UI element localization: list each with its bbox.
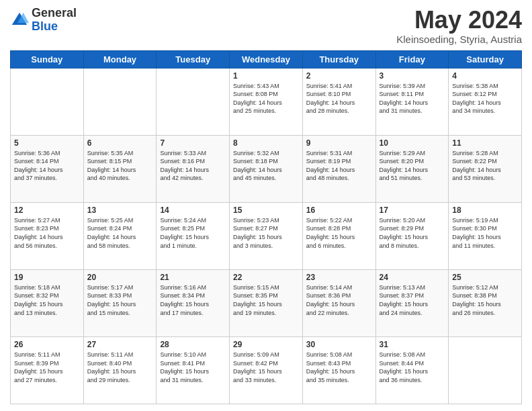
table-row [11, 68, 84, 135]
header: General Blue May 2024 Kleinsoeding, Styr… [10, 7, 522, 45]
day-number: 17 [380, 205, 445, 215]
logo: General Blue [10, 7, 77, 34]
table-row: 1Sunrise: 5:43 AM Sunset: 8:08 PM Daylig… [230, 68, 303, 135]
table-row: 12Sunrise: 5:27 AM Sunset: 8:23 PM Dayli… [11, 202, 84, 269]
day-number: 30 [306, 340, 372, 349]
day-number: 28 [160, 340, 226, 349]
day-number: 6 [87, 138, 153, 148]
table-row: 4Sunrise: 5:38 AM Sunset: 8:12 PM Daylig… [449, 68, 522, 135]
calendar: Sunday Monday Tuesday Wednesday Thursday… [10, 50, 522, 404]
day-number: 25 [452, 273, 518, 282]
day-info: Sunrise: 5:13 AM Sunset: 8:37 PM Dayligh… [380, 283, 445, 317]
table-row: 18Sunrise: 5:19 AM Sunset: 8:30 PM Dayli… [449, 202, 522, 269]
day-info: Sunrise: 5:29 AM Sunset: 8:20 PM Dayligh… [380, 149, 445, 183]
table-row: 13Sunrise: 5:25 AM Sunset: 8:24 PM Dayli… [83, 202, 157, 269]
day-number: 5 [14, 138, 80, 148]
table-row: 6Sunrise: 5:35 AM Sunset: 8:15 PM Daylig… [83, 135, 157, 202]
day-number: 21 [160, 273, 226, 282]
calendar-week-row: 5Sunrise: 5:36 AM Sunset: 8:14 PM Daylig… [11, 135, 522, 202]
table-row: 3Sunrise: 5:39 AM Sunset: 8:11 PM Daylig… [375, 68, 449, 135]
table-row: 29Sunrise: 5:09 AM Sunset: 8:42 PM Dayli… [230, 336, 303, 404]
table-row: 2Sunrise: 5:41 AM Sunset: 8:10 PM Daylig… [302, 68, 375, 135]
calendar-week-row: 19Sunrise: 5:18 AM Sunset: 8:32 PM Dayli… [11, 269, 522, 336]
table-row: 30Sunrise: 5:08 AM Sunset: 8:43 PM Dayli… [302, 336, 375, 404]
day-number: 19 [14, 273, 80, 282]
table-row: 17Sunrise: 5:20 AM Sunset: 8:29 PM Dayli… [375, 202, 449, 269]
day-number: 9 [306, 138, 372, 148]
calendar-header-row: Sunday Monday Tuesday Wednesday Thursday… [11, 50, 522, 68]
day-number: 4 [452, 71, 518, 81]
day-number: 22 [233, 273, 299, 282]
table-row: 14Sunrise: 5:24 AM Sunset: 8:25 PM Dayli… [157, 202, 230, 269]
day-number: 12 [14, 205, 80, 215]
col-tuesday: Tuesday [157, 50, 230, 68]
location: Kleinsoeding, Styria, Austria [396, 34, 522, 45]
table-row [449, 336, 522, 404]
col-sunday: Sunday [11, 50, 84, 68]
day-info: Sunrise: 5:11 AM Sunset: 8:39 PM Dayligh… [14, 351, 80, 384]
day-number: 16 [306, 205, 372, 215]
day-info: Sunrise: 5:31 AM Sunset: 8:19 PM Dayligh… [306, 149, 372, 183]
table-row: 15Sunrise: 5:23 AM Sunset: 8:27 PM Dayli… [230, 202, 303, 269]
col-monday: Monday [83, 50, 157, 68]
day-info: Sunrise: 5:39 AM Sunset: 8:11 PM Dayligh… [380, 82, 445, 116]
day-info: Sunrise: 5:35 AM Sunset: 8:15 PM Dayligh… [87, 149, 153, 183]
day-number: 27 [87, 340, 153, 349]
day-info: Sunrise: 5:19 AM Sunset: 8:30 PM Dayligh… [452, 216, 518, 250]
table-row: 19Sunrise: 5:18 AM Sunset: 8:32 PM Dayli… [11, 269, 84, 336]
day-info: Sunrise: 5:28 AM Sunset: 8:22 PM Dayligh… [452, 149, 518, 183]
table-row: 22Sunrise: 5:15 AM Sunset: 8:35 PM Dayli… [230, 269, 303, 336]
logo-icon [10, 11, 29, 30]
table-row: 7Sunrise: 5:33 AM Sunset: 8:16 PM Daylig… [157, 135, 230, 202]
day-info: Sunrise: 5:14 AM Sunset: 8:36 PM Dayligh… [306, 283, 372, 317]
table-row: 27Sunrise: 5:11 AM Sunset: 8:40 PM Dayli… [83, 336, 157, 404]
day-info: Sunrise: 5:11 AM Sunset: 8:40 PM Dayligh… [87, 351, 153, 384]
page: General Blue May 2024 Kleinsoeding, Styr… [0, 0, 532, 411]
logo-blue-text: Blue [32, 19, 58, 33]
day-number: 8 [233, 138, 299, 148]
table-row: 23Sunrise: 5:14 AM Sunset: 8:36 PM Dayli… [302, 269, 375, 336]
day-info: Sunrise: 5:08 AM Sunset: 8:44 PM Dayligh… [380, 351, 445, 384]
table-row: 31Sunrise: 5:08 AM Sunset: 8:44 PM Dayli… [375, 336, 449, 404]
day-info: Sunrise: 5:24 AM Sunset: 8:25 PM Dayligh… [160, 216, 226, 250]
day-info: Sunrise: 5:23 AM Sunset: 8:27 PM Dayligh… [233, 216, 299, 250]
day-info: Sunrise: 5:38 AM Sunset: 8:12 PM Dayligh… [452, 82, 518, 116]
table-row: 21Sunrise: 5:16 AM Sunset: 8:34 PM Dayli… [157, 269, 230, 336]
table-row: 11Sunrise: 5:28 AM Sunset: 8:22 PM Dayli… [449, 135, 522, 202]
col-thursday: Thursday [302, 50, 375, 68]
day-number: 3 [380, 71, 445, 81]
day-number: 20 [87, 273, 153, 282]
table-row [157, 68, 230, 135]
table-row: 20Sunrise: 5:17 AM Sunset: 8:33 PM Dayli… [83, 269, 157, 336]
table-row [83, 68, 157, 135]
day-info: Sunrise: 5:17 AM Sunset: 8:33 PM Dayligh… [87, 283, 153, 317]
day-info: Sunrise: 5:16 AM Sunset: 8:34 PM Dayligh… [160, 283, 226, 317]
day-info: Sunrise: 5:10 AM Sunset: 8:41 PM Dayligh… [160, 351, 226, 384]
day-info: Sunrise: 5:18 AM Sunset: 8:32 PM Dayligh… [14, 283, 80, 317]
logo-general-text: General [32, 6, 77, 19]
table-row: 8Sunrise: 5:32 AM Sunset: 8:18 PM Daylig… [230, 135, 303, 202]
table-row: 28Sunrise: 5:10 AM Sunset: 8:41 PM Dayli… [157, 336, 230, 404]
table-row: 9Sunrise: 5:31 AM Sunset: 8:19 PM Daylig… [302, 135, 375, 202]
table-row: 5Sunrise: 5:36 AM Sunset: 8:14 PM Daylig… [11, 135, 84, 202]
logo-text: General Blue [32, 7, 77, 34]
table-row: 24Sunrise: 5:13 AM Sunset: 8:37 PM Dayli… [375, 269, 449, 336]
day-info: Sunrise: 5:36 AM Sunset: 8:14 PM Dayligh… [14, 149, 80, 183]
day-number: 1 [233, 71, 299, 81]
day-info: Sunrise: 5:09 AM Sunset: 8:42 PM Dayligh… [233, 351, 299, 384]
day-number: 10 [380, 138, 445, 148]
day-number: 11 [452, 138, 518, 148]
col-saturday: Saturday [449, 50, 522, 68]
day-number: 13 [87, 205, 153, 215]
day-number: 2 [306, 71, 372, 81]
day-number: 18 [452, 205, 518, 215]
day-number: 31 [380, 340, 445, 349]
title-block: May 2024 Kleinsoeding, Styria, Austria [396, 7, 522, 45]
day-number: 26 [14, 340, 80, 349]
calendar-week-row: 1Sunrise: 5:43 AM Sunset: 8:08 PM Daylig… [11, 68, 522, 135]
day-number: 24 [380, 273, 445, 282]
table-row: 25Sunrise: 5:12 AM Sunset: 8:38 PM Dayli… [449, 269, 522, 336]
day-number: 15 [233, 205, 299, 215]
day-number: 7 [160, 138, 226, 148]
day-number: 14 [160, 205, 226, 215]
